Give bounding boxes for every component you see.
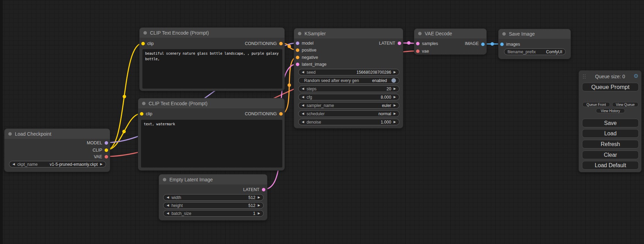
arrow-left-icon[interactable]: ◀ [302,96,304,99]
arrow-left-icon[interactable]: ◀ [12,163,15,166]
width-widget[interactable]: ◀ width 512 ▶ [163,194,264,201]
link-midpoint-dot[interactable] [288,45,291,48]
node-collapse-dot[interactable] [418,32,422,35]
arrow-right-icon[interactable]: ▶ [394,96,396,99]
output-slot-vae[interactable] [105,155,108,159]
arrow-right-icon[interactable]: ▶ [394,112,396,115]
arrow-left-icon[interactable]: ◀ [302,120,304,124]
view-queue-button[interactable]: View Queue [612,102,638,107]
batch-size-widget[interactable]: ◀ batch_size 1 ▶ [163,210,264,217]
node-ksampler[interactable]: KSampler model LATENT positive negative … [294,28,403,128]
gear-icon[interactable]: ⚙ [634,73,638,79]
node-collapse-dot[interactable] [163,178,166,181]
node-title-bar[interactable]: VAE Decode [414,29,486,38]
arrow-right-icon[interactable]: ▶ [394,120,396,124]
arrow-left-icon[interactable]: ◀ [302,104,304,107]
load-default-button[interactable]: Load Default [582,161,639,170]
node-empty-latent-image[interactable]: Empty Latent Image LATENT ◀ width 512 ▶ … [159,174,267,220]
link-midpoint-dot[interactable] [123,95,126,98]
input-slot-clip[interactable] [141,42,145,45]
node-collapse-dot[interactable] [143,31,147,35]
arrow-right-icon[interactable]: ▶ [258,204,260,207]
output-slot-clip[interactable] [105,148,108,152]
node-title-bar[interactable]: CLIP Text Encode (Prompt) [138,98,284,108]
arrow-right-icon[interactable]: ▶ [394,71,396,74]
arrow-left-icon[interactable]: ◀ [302,112,304,115]
node-title-bar[interactable]: Save Image [499,29,571,39]
output-slot-latent[interactable] [398,42,401,45]
output-slot-image[interactable] [481,43,485,46]
sampler-name-widget[interactable]: ◀ sampler_name euler ▶ [298,102,399,109]
input-slot-clip[interactable] [140,112,143,116]
node-vae-decode[interactable]: VAE Decode samples IMAGE vae [414,28,487,55]
input-slot-latent-image[interactable] [296,63,299,66]
scheduler-widget[interactable]: ◀ scheduler normal ▶ [298,110,399,117]
node-graph-canvas[interactable]: Load Checkpoint MODEL CLIP VAE ◀ ckpt_na… [0,0,644,244]
positive-prompt-textarea[interactable]: beautiful scenery nature glass bottle la… [142,49,282,89]
steps-widget[interactable]: ◀ steps 20 ▶ [298,85,399,92]
node-load-checkpoint[interactable]: Load Checkpoint MODEL CLIP VAE ◀ ckpt_na… [4,128,110,172]
node-collapse-dot[interactable] [502,32,506,36]
arrow-left-icon[interactable]: ◀ [302,87,304,90]
queue-panel[interactable]: Queue size: 0 ⚙ Queue Prompt Extra optio… [579,70,642,172]
arrow-left-icon[interactable]: ◀ [167,204,169,207]
toggle-knob[interactable] [391,78,396,83]
output-slot-model[interactable] [105,141,108,145]
input-slot-positive[interactable] [296,48,299,52]
queue-panel-header[interactable]: Queue size: 0 ⚙ [579,73,641,80]
arrow-right-icon[interactable]: ▶ [258,212,260,215]
arrow-left-icon[interactable]: ◀ [302,71,304,74]
arrow-right-icon[interactable]: ▶ [100,163,103,166]
input-slot-vae[interactable] [416,49,420,53]
node-title-bar[interactable]: KSampler [294,28,403,38]
input-slot-model[interactable] [296,42,299,45]
load-button[interactable]: Load [582,129,639,138]
save-button[interactable]: Save [582,119,639,127]
widget-value: 1.000 [381,120,391,125]
random-seed-toggle-widget[interactable]: Random seed after every gen enabled [298,77,399,84]
input-slot-images[interactable] [500,43,504,46]
link-midpoint-dot[interactable] [122,130,126,133]
node-clip-text-encode-positive[interactable]: CLIP Text Encode (Prompt) clip CONDITION… [139,27,285,91]
filename-prefix-widget[interactable]: filename_prefix ComfyUI [504,48,566,55]
node-save-image[interactable]: Save Image images filename_prefix ComfyU… [498,29,571,59]
node-collapse-dot[interactable] [8,132,12,136]
height-widget[interactable]: ◀ height 512 ▶ [163,202,264,209]
arrow-right-icon[interactable]: ▶ [258,196,260,199]
output-label-conditioning: CONDITIONING [245,111,277,116]
node-title-bar[interactable]: Load Checkpoint [5,129,110,139]
clear-button[interactable]: Clear [582,151,639,159]
input-slot-samples[interactable] [416,42,420,45]
widget-label: batch_size [171,211,191,216]
link-midpoint-dot[interactable] [491,42,494,46]
link-midpoint-dot[interactable] [407,41,411,45]
arrow-left-icon[interactable]: ◀ [167,196,169,199]
output-slot-latent[interactable] [262,188,265,191]
node-collapse-dot[interactable] [298,32,301,35]
arrow-right-icon[interactable]: ▶ [394,87,396,90]
input-slot-negative[interactable] [296,56,299,59]
output-slot-conditioning[interactable] [279,112,283,116]
arrow-right-icon[interactable]: ▶ [394,104,396,107]
node-clip-text-encode-negative[interactable]: CLIP Text Encode (Prompt) clip CONDITION… [138,98,285,171]
seed-widget[interactable]: ◀ seed 156680208700286 ▶ [298,69,399,75]
output-label-conditioning: CONDITIONING [245,41,277,46]
ckpt-name-widget[interactable]: ◀ ckpt_name v1-5-pruned-emaonly.ckpt ▶ [9,161,106,168]
output-slot-conditioning[interactable] [279,42,283,45]
queue-front-button[interactable]: Queue Front [582,102,610,107]
node-title-bar[interactable]: CLIP Text Encode (Prompt) [140,28,284,38]
widget-label: cfg [307,95,312,100]
drag-handle-icon[interactable] [583,74,584,75]
link-midpoint-dot[interactable] [288,83,291,87]
cfg-widget[interactable]: ◀ cfg 8.000 ▶ [298,94,399,100]
node-collapse-dot[interactable] [142,102,145,105]
node-title-bar[interactable]: Empty Latent Image [159,174,267,184]
negative-prompt-textarea[interactable]: text, watermark [141,120,282,168]
node-title: Load Checkpoint [15,131,51,137]
view-history-button[interactable]: View History [596,108,625,113]
arrow-left-icon[interactable]: ◀ [167,212,169,215]
node-title: CLIP Text Encode (Prompt) [149,101,208,106]
denoise-widget[interactable]: ◀ denoise 1.000 ▶ [298,119,399,125]
queue-prompt-button[interactable]: Queue Prompt [582,83,639,91]
refresh-button[interactable]: Refresh [582,140,639,148]
